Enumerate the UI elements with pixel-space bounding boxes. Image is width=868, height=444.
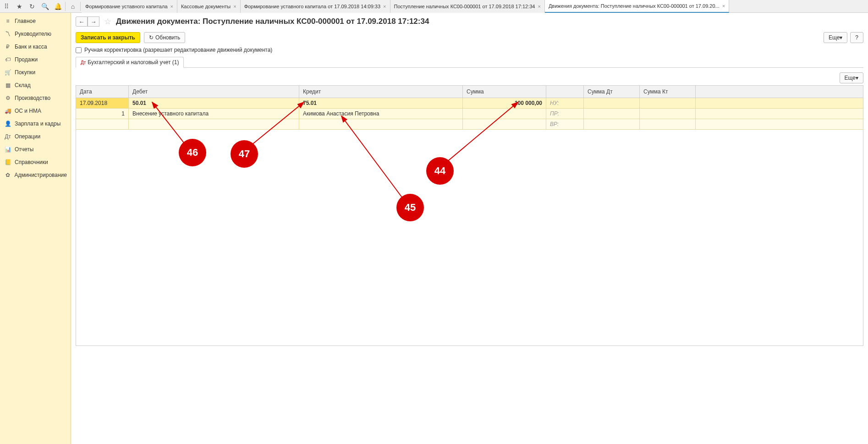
history-icon[interactable]: ↻ bbox=[26, 0, 38, 13]
header-sum[interactable]: Сумма bbox=[463, 86, 546, 98]
close-icon[interactable]: × bbox=[722, 3, 725, 9]
table-row[interactable]: 17.09.2018 50.01 75.01 100 000,00 НУ: bbox=[76, 98, 863, 109]
settings-icon: ✿ bbox=[4, 172, 12, 178]
bell-icon[interactable]: 🔔 bbox=[51, 0, 64, 13]
sidebar-item-manager[interactable]: 〽Руководителю bbox=[0, 27, 71, 40]
person-icon: 👤 bbox=[4, 121, 12, 127]
cart-icon: 🛒 bbox=[4, 69, 12, 76]
sidebar: ≡Главное 〽Руководителю ₽Банк и касса 🏷Пр… bbox=[0, 13, 71, 444]
forward-button[interactable]: → bbox=[88, 16, 99, 27]
tab-label: Кассовые документы bbox=[181, 4, 231, 9]
save-close-button[interactable]: Записать и закрыть bbox=[76, 32, 140, 43]
close-icon[interactable]: × bbox=[170, 4, 173, 9]
tab-label: Движения документа: Поступление наличных… bbox=[549, 3, 720, 9]
header-credit[interactable]: Кредит bbox=[299, 86, 463, 98]
close-icon[interactable]: × bbox=[233, 4, 236, 9]
sidebar-item-label: ОС и НМА bbox=[15, 108, 41, 114]
sidebar-item-label: Справочники bbox=[15, 159, 48, 165]
cell-empty bbox=[463, 119, 546, 129]
tab-2[interactable]: Формирование уставного капитала от 17.09… bbox=[241, 0, 390, 13]
manual-correction-row: Ручная корректировка (разрешает редактир… bbox=[76, 47, 863, 53]
cell-vr-label: ВР: bbox=[546, 119, 584, 129]
truck-icon: 🚚 bbox=[4, 108, 12, 114]
sidebar-item-operations[interactable]: ДтОперации bbox=[0, 130, 71, 143]
tab-0[interactable]: Формирование уставного капитала× bbox=[82, 0, 177, 13]
sidebar-item-label: Покупки bbox=[15, 69, 35, 76]
sidebar-item-warehouse[interactable]: ▦Склад bbox=[0, 79, 71, 92]
content-area: ← → ☆ Движения документа: Поступление на… bbox=[71, 13, 868, 444]
manual-correction-checkbox[interactable] bbox=[76, 47, 82, 53]
table-row[interactable]: ВР: bbox=[76, 119, 863, 130]
cell-empty bbox=[299, 119, 463, 129]
sidebar-item-label: Главное bbox=[15, 18, 36, 24]
chart-icon: 〽 bbox=[4, 31, 12, 37]
cell-pr-kt bbox=[640, 109, 696, 119]
cell-empty bbox=[463, 109, 546, 119]
close-icon[interactable]: × bbox=[383, 4, 386, 9]
tab-label: Формирование уставного капитала от 17.09… bbox=[244, 4, 380, 9]
sidebar-item-label: Администрирование bbox=[15, 172, 67, 178]
header-sum-kt[interactable]: Сумма Кт bbox=[640, 86, 696, 98]
sidebar-item-purchases[interactable]: 🛒Покупки bbox=[0, 66, 71, 79]
bars-icon: 📊 bbox=[4, 146, 12, 153]
sidebar-item-label: Склад bbox=[15, 82, 31, 88]
menu-icon: ≡ bbox=[4, 18, 12, 24]
close-icon[interactable]: × bbox=[538, 4, 540, 9]
accounting-grid: Дата Дебет Кредит Сумма Сумма Дт Сумма К… bbox=[76, 85, 863, 346]
sidebar-item-admin[interactable]: ✿Администрирование bbox=[0, 169, 71, 181]
home-icon[interactable]: ⌂ bbox=[66, 0, 79, 13]
help-button[interactable]: ? bbox=[850, 32, 863, 43]
cell-vr-kt bbox=[640, 119, 696, 129]
grid-header: Дата Дебет Кредит Сумма Сумма Дт Сумма К… bbox=[76, 86, 863, 98]
apps-icon[interactable]: ⠿ bbox=[0, 0, 13, 13]
refresh-button[interactable]: ↻Обновить bbox=[144, 32, 185, 43]
tab-accounting[interactable]: Дт Бухгалтерский и налоговый учет (1) bbox=[76, 57, 184, 68]
tab-label: Поступление наличных КС00-000001 от 17.0… bbox=[394, 4, 535, 9]
favorite-icon[interactable]: ☆ bbox=[104, 16, 111, 27]
table-more-button[interactable]: Еще ▾ bbox=[840, 72, 863, 83]
sidebar-item-production[interactable]: ⚙Производство bbox=[0, 92, 71, 104]
ruble-icon: ₽ bbox=[4, 44, 12, 50]
document-tabs: Формирование уставного капитала× Кассовы… bbox=[82, 0, 868, 13]
gear-icon: ⚙ bbox=[4, 95, 12, 101]
cell-empty bbox=[129, 119, 299, 129]
cell-nu-kt bbox=[640, 98, 696, 108]
tab-1[interactable]: Кассовые документы× bbox=[177, 0, 241, 13]
sidebar-item-label: Производство bbox=[15, 95, 50, 101]
more-button[interactable]: Еще ▾ bbox=[824, 32, 847, 43]
header-debit[interactable]: Дебет bbox=[129, 86, 299, 98]
grid-body: 17.09.2018 50.01 75.01 100 000,00 НУ: 1 … bbox=[76, 98, 863, 345]
header-date[interactable]: Дата bbox=[76, 86, 129, 98]
cell-date: 17.09.2018 bbox=[76, 98, 129, 108]
cell-pr-label: ПР: bbox=[546, 109, 584, 119]
back-button[interactable]: ← bbox=[76, 16, 88, 27]
sidebar-item-main[interactable]: ≡Главное bbox=[0, 15, 71, 27]
header-empty bbox=[546, 86, 584, 98]
search-icon[interactable]: 🔍 bbox=[38, 0, 51, 13]
header-sum-dt[interactable]: Сумма Дт bbox=[584, 86, 640, 98]
sidebar-item-label: Зарплата и кадры bbox=[15, 121, 60, 127]
more-label: Еще bbox=[845, 75, 856, 81]
sidebar-item-dirs[interactable]: 📒Справочники bbox=[0, 156, 71, 169]
sidebar-item-hr[interactable]: 👤Зарплата и кадры bbox=[0, 117, 71, 130]
star-icon[interactable]: ★ bbox=[13, 0, 26, 13]
cell-sum: 100 000,00 bbox=[463, 98, 546, 108]
sidebar-item-label: Руководителю bbox=[15, 31, 51, 37]
cell-debit-account: 50.01 bbox=[129, 98, 299, 108]
cell-nu-label: НУ: bbox=[546, 98, 584, 108]
sidebar-item-label: Банк и касса bbox=[15, 44, 47, 50]
table-row[interactable]: 1 Внесение уставного капитала Акимова Ан… bbox=[76, 109, 863, 119]
tab-3[interactable]: Поступление наличных КС00-000001 от 17.0… bbox=[390, 0, 545, 13]
sidebar-item-bank[interactable]: ₽Банк и касса bbox=[0, 40, 71, 53]
action-bar: Записать и закрыть ↻Обновить Еще ▾ ? bbox=[76, 32, 863, 43]
cell-debit-desc: Внесение уставного капитала bbox=[129, 109, 299, 119]
sidebar-item-assets[interactable]: 🚚ОС и НМА bbox=[0, 104, 71, 117]
sidebar-item-reports[interactable]: 📊Отчеты bbox=[0, 143, 71, 156]
sidebar-item-sales[interactable]: 🏷Продажи bbox=[0, 53, 71, 66]
table-area: Еще ▾ Дата Дебет Кредит Сумма Сумма Дт С… bbox=[76, 72, 863, 346]
page-title: Движения документа: Поступление наличных… bbox=[116, 17, 429, 26]
dtk-icon: Дт bbox=[81, 60, 86, 65]
cell-credit-desc: Акимова Анастасия Петровна bbox=[299, 109, 463, 119]
cell-empty bbox=[76, 119, 129, 129]
tab-4[interactable]: Движения документа: Поступление наличных… bbox=[545, 0, 729, 13]
